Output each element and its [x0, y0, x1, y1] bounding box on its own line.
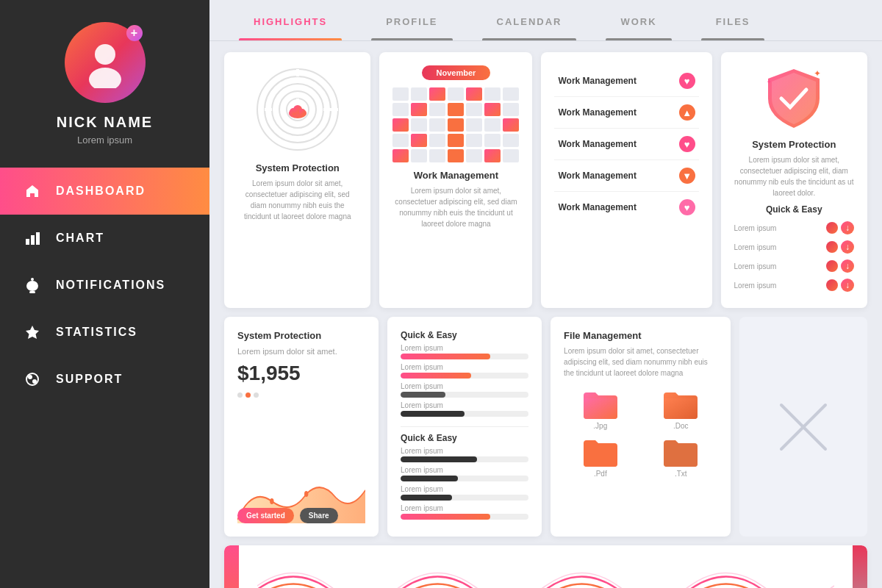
work-item-icon-3: ▼ [679, 168, 695, 184]
price-card-title: System Protection [237, 330, 365, 341]
cal-cell [503, 103, 519, 116]
cal-cell [392, 134, 409, 147]
file-folder-doc: .Doc [645, 390, 717, 430]
cal-cell [429, 118, 445, 132]
quick-easy-bars-card: Quick & Easy Lorem ipsum Lorem ipsum Lor… [387, 317, 542, 537]
dot-indicators [237, 392, 259, 398]
quick-item: Lorem ipsum ↓ [734, 257, 854, 276]
file-folder-pdf: .Pdf [564, 437, 637, 478]
content-area: System Protection Lorem ipsum dolor sit … [209, 41, 882, 588]
cal-cell [484, 87, 501, 101]
calendar-grid [392, 87, 519, 162]
chart-label: CHART [56, 232, 104, 245]
work-item-icon-2: ♥ [679, 136, 695, 152]
quick-item: Lorem ipsum ↓ [734, 218, 854, 237]
share-button[interactable]: Share [300, 508, 338, 523]
notifications-label: NOTIFICATIONS [56, 279, 165, 292]
tab-highlights[interactable]: HIGHLIGHTS [224, 0, 356, 40]
files-shield-card: ✦ ✦ System Protection Lorem ipsum dolor … [721, 52, 867, 308]
cal-cell [429, 134, 445, 147]
bars-section-2: Lorem ipsum Lorem ipsum Lorem ipsum Lore… [401, 447, 528, 523]
statistics-label: STATISTICS [56, 326, 137, 339]
cal-cell [392, 118, 409, 132]
work-item: Work Management ♥ [554, 129, 698, 160]
tab-work[interactable]: WORK [591, 0, 686, 40]
card-bottom-buttons: Get started Share [237, 508, 338, 523]
system-protection-card: System Protection Lorem ipsum dolor sit … [224, 52, 370, 308]
cal-cell [503, 87, 519, 101]
sidebar-item-dashboard[interactable]: DASHBOARD [0, 168, 209, 215]
cal-cell [392, 149, 409, 162]
cal-cell [484, 118, 501, 132]
files-card-desc: Lorem ipsum dolor sit amet, consectetuer… [734, 154, 854, 198]
bar-fill [401, 354, 490, 359]
dot-indicator [245, 392, 251, 398]
quick-btn-2[interactable]: ↓ [841, 259, 854, 273]
cal-cell [466, 134, 482, 147]
wave-right-bar [853, 545, 867, 588]
user-subtitle: Lorem ipsum [77, 135, 132, 146]
price-value: $1,955 [237, 362, 365, 385]
quick-btn-0[interactable]: ↓ [841, 221, 854, 234]
quick-btn-3[interactable]: ↓ [841, 279, 854, 292]
bar-fill [401, 411, 465, 417]
qe-section2-title: Quick & Easy [401, 433, 457, 443]
cal-cell [448, 149, 464, 162]
bar-item: Lorem ipsum [401, 485, 528, 501]
bottom-wave-chart: Lorem ipsum Lorem ipsum Lorem ipsum Lore… [224, 545, 867, 588]
quick-btn-1[interactable]: ↓ [841, 240, 854, 254]
bar-fill [401, 392, 445, 398]
file-management-card: File Management Lorem ipsum dolor sit am… [551, 317, 731, 537]
wave-left-bar [224, 545, 239, 588]
tab-bar: HIGHLIGHTS PROFILE CALENDAR WORK FILES [209, 0, 882, 41]
cal-cell [411, 87, 427, 101]
svg-rect-6 [29, 291, 35, 293]
svg-point-28 [270, 498, 273, 504]
tab-files[interactable]: FILES [686, 0, 780, 40]
svg-point-27 [304, 491, 308, 497]
quick-easy-list: Lorem ipsum ↓ Lorem ipsum ↓ [734, 218, 854, 295]
sidebar-item-notifications[interactable]: NOTIFICATIONS [0, 262, 209, 309]
svg-point-0 [95, 44, 115, 65]
sidebar-item-statistics[interactable]: STATISTICS [0, 309, 209, 356]
work-item-icon-0: ♥ [679, 73, 695, 89]
bar-item: Lorem ipsum [401, 447, 528, 462]
svg-point-24 [299, 109, 305, 115]
tab-profile[interactable]: PROFILE [356, 0, 467, 40]
svg-rect-2 [26, 239, 29, 245]
nav-items: DASHBOARD CHART NOTIFICATIONS [0, 168, 209, 403]
home-icon [22, 181, 43, 201]
cal-cell [429, 103, 445, 116]
cal-cell [392, 103, 409, 116]
cal-cell [484, 103, 501, 116]
cal-cell [411, 118, 427, 132]
system-protection-title: System Protection [256, 162, 340, 173]
dot-indicator [254, 392, 259, 398]
placeholder-card [739, 317, 867, 537]
tab-calendar[interactable]: CALENDAR [467, 0, 592, 40]
svg-point-10 [32, 379, 37, 384]
calendar-card: November [379, 52, 532, 308]
calendar-card-desc: Lorem ipsum dolor sit amet, consectetuer… [392, 185, 519, 229]
quick-dot [826, 260, 838, 272]
sidebar-item-chart[interactable]: CHART [0, 215, 209, 262]
file-mgmt-title: File Management [564, 330, 641, 341]
svg-text:✦: ✦ [767, 79, 772, 85]
get-started-button[interactable]: Get started [237, 508, 294, 523]
quick-easy-title: Quick & Easy [766, 204, 822, 215]
bar-fill [401, 456, 477, 462]
svg-rect-4 [36, 232, 40, 245]
work-item-icon-1: ▲ [679, 104, 695, 121]
bar-fill [401, 514, 490, 520]
system-protection-desc: Lorem ipsum dolor sit amet, consectetuer… [237, 178, 357, 222]
quick-dot [826, 279, 838, 291]
cal-cell [484, 149, 501, 162]
sidebar-item-support[interactable]: SUPPORT [0, 356, 209, 403]
cal-cell [411, 103, 427, 116]
cal-cell [448, 87, 464, 101]
add-avatar-button[interactable]: + [126, 25, 143, 41]
bar-item: Lorem ipsum [401, 363, 528, 379]
bar-item: Lorem ipsum [401, 466, 528, 481]
cal-cell [392, 87, 409, 101]
quick-item: Lorem ipsum ↓ [734, 276, 854, 295]
